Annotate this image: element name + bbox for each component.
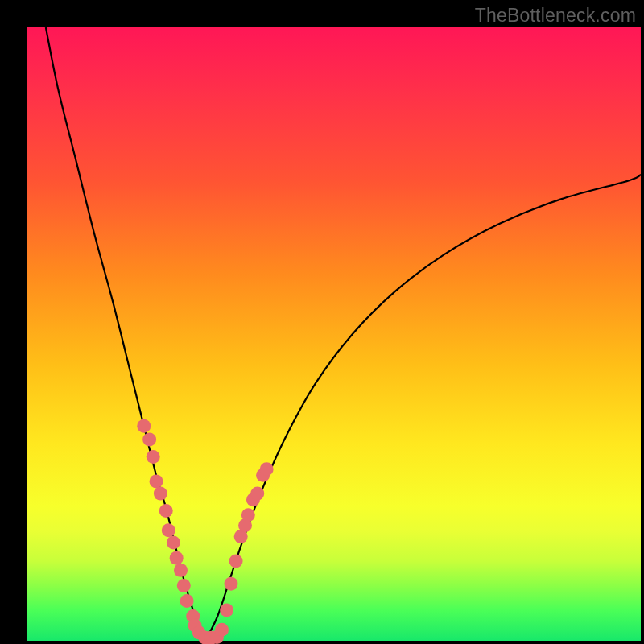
chart-frame: TheBottleneck.com [0,0,644,644]
scatter-dot [260,462,274,476]
scatter-dot [154,487,167,501]
chart-svg [27,27,641,641]
scatter-dot [147,450,160,464]
scatter-dot [220,603,233,617]
right-curve [205,175,641,641]
scatter-dot [242,508,255,522]
plot-area [27,27,641,641]
scatter-dot [215,623,229,637]
scatter-dot [170,551,184,565]
watermark-text: TheBottleneck.com [475,5,636,27]
scatter-dot [162,523,175,537]
left-curve [46,27,205,641]
scatter-dot [250,487,264,501]
scatter-dot [159,504,173,518]
scatter-dot [224,577,237,591]
scatter-dot [177,579,191,592]
scatter-dot [180,594,194,608]
scatter-dot [229,554,243,568]
scatter-dot [137,419,151,433]
scatter-dot [142,433,156,447]
scatter-points [137,419,273,644]
scatter-dot [150,474,163,488]
scatter-dot [167,536,180,550]
scatter-dot [174,564,188,577]
